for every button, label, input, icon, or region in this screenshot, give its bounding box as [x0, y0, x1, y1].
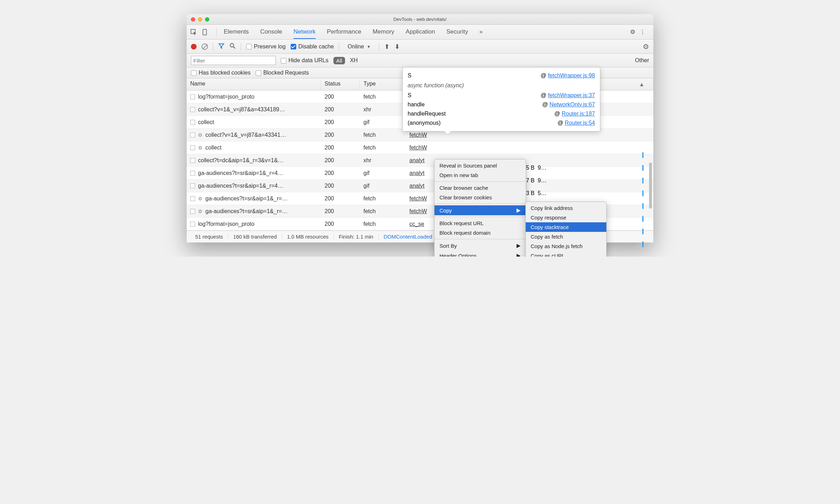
- stack-loc[interactable]: @ NetworkOnly.js:67: [542, 101, 595, 108]
- table-row[interactable]: ga-audiences?t=sr&aip=1&_r=4…200gifanaly…: [187, 167, 653, 180]
- settings-icon[interactable]: ⚙: [630, 28, 635, 36]
- request-type: gif: [360, 170, 406, 176]
- svg-rect-1: [203, 29, 206, 35]
- request-status: 200: [321, 106, 360, 113]
- stack-fn: handleRequest: [408, 111, 446, 117]
- tab-network[interactable]: Network: [293, 25, 315, 39]
- submenu-arrow-icon: ▶: [517, 207, 521, 213]
- device-toggle-icon[interactable]: [202, 29, 209, 36]
- record-button[interactable]: [191, 44, 197, 49]
- inspect-icon[interactable]: [190, 29, 197, 36]
- filter-xhr[interactable]: XH: [350, 57, 358, 64]
- filter-input[interactable]: [191, 56, 276, 65]
- menu-item[interactable]: Reveal in Sources panel: [434, 161, 526, 170]
- table-row[interactable]: collect?t=dc&aip=1&_r=3&v=1&…200xhranaly…: [187, 154, 653, 167]
- zoom-icon[interactable]: [205, 17, 209, 22]
- filter-all[interactable]: All: [333, 57, 345, 64]
- submenu-item[interactable]: Copy as fetch: [526, 232, 606, 241]
- table-row[interactable]: ga-audiences?t=sr&aip=1&_r=4…200gifanaly…: [187, 180, 653, 192]
- more-icon[interactable]: ⋮: [640, 28, 646, 36]
- request-status: 200: [321, 94, 360, 100]
- throttling-select[interactable]: Online▼: [344, 43, 374, 51]
- close-icon[interactable]: [191, 17, 195, 22]
- hide-data-urls-checkbox[interactable]: Hide data URLs: [281, 57, 328, 64]
- filter-other[interactable]: Other: [635, 57, 649, 64]
- table-row[interactable]: ⚙collect200fetchfetchW: [187, 141, 653, 154]
- request-type: gif: [360, 119, 406, 125]
- window-title: DevTools - web.dev/vitals/: [187, 17, 653, 22]
- clear-button[interactable]: [202, 43, 208, 50]
- menu-item[interactable]: Block request domain: [434, 228, 526, 238]
- request-name: ga-audiences?t=sr&aip=1&_r=…: [205, 195, 288, 202]
- tab-performance[interactable]: Performance: [327, 25, 361, 39]
- stack-loc[interactable]: @ fetchWrapper.js:98: [541, 72, 595, 79]
- tab-memory[interactable]: Memory: [373, 25, 394, 39]
- request-type: gif: [360, 183, 406, 189]
- submenu-item[interactable]: Copy as cURL: [526, 251, 606, 257]
- stack-frame: S@ fetchWrapper.js:98: [408, 71, 595, 80]
- col-status[interactable]: Status: [321, 78, 360, 90]
- request-name: ga-audiences?t=sr&aip=1&_r=4…: [198, 183, 284, 189]
- search-icon[interactable]: [229, 43, 236, 51]
- request-status: 200: [321, 157, 360, 164]
- stack-loc[interactable]: @ Router.js:187: [554, 111, 595, 117]
- context-menu[interactable]: Reveal in Sources panelOpen in new tabCl…: [434, 159, 526, 257]
- submenu-item[interactable]: Copy stacktrace: [526, 222, 606, 232]
- request-initiator[interactable]: analyt: [409, 157, 425, 163]
- menu-item[interactable]: Clear browser cache: [434, 183, 526, 193]
- network-settings-icon[interactable]: ⚙: [643, 42, 649, 51]
- request-status: 200: [321, 145, 360, 151]
- more-tabs-icon[interactable]: »: [479, 25, 483, 39]
- request-initiator[interactable]: fetchW: [409, 195, 427, 201]
- submenu-item[interactable]: Copy link address: [526, 203, 606, 213]
- download-har-icon[interactable]: ⬇: [395, 43, 400, 51]
- submenu-arrow-icon: ▶: [517, 242, 521, 249]
- filter-icon[interactable]: [218, 43, 224, 51]
- panel-tabs: Elements Console Network Performance Mem…: [224, 25, 630, 39]
- request-initiator[interactable]: cc_se: [409, 221, 424, 227]
- filter-bar: Hide data URLs All XH Other: [187, 54, 653, 68]
- menu-item[interactable]: Block request URL: [434, 218, 526, 228]
- request-type: fetch: [360, 145, 406, 151]
- request-initiator[interactable]: fetchW: [409, 132, 427, 138]
- status-resources: 1.0 MB resources: [282, 234, 334, 240]
- tab-elements[interactable]: Elements: [224, 25, 249, 39]
- stack-loc[interactable]: @ Router.js:54: [558, 120, 595, 126]
- request-status: 200: [321, 132, 360, 138]
- initiator-stacktrace-tooltip: S@ fetchWrapper.js:98async function (asy…: [402, 67, 600, 131]
- service-worker-icon: ⚙: [198, 196, 203, 201]
- blocked-cookies-checkbox[interactable]: Has blocked cookies: [191, 70, 251, 76]
- tab-console[interactable]: Console: [260, 25, 282, 39]
- menu-item[interactable]: Sort By▶: [434, 241, 526, 251]
- menu-item[interactable]: Header Options▶: [434, 251, 526, 257]
- request-initiator[interactable]: fetchW: [409, 208, 427, 214]
- svg-point-2: [230, 43, 234, 47]
- request-name: ga-audiences?t=sr&aip=1&_r=4…: [198, 170, 284, 176]
- request-type: fetch: [360, 132, 406, 138]
- tab-security[interactable]: Security: [447, 25, 468, 39]
- request-type: xhr: [360, 157, 406, 164]
- col-type[interactable]: Type: [360, 78, 406, 90]
- request-initiator[interactable]: fetchW: [409, 145, 427, 151]
- menu-item[interactable]: Copy▶: [434, 205, 526, 215]
- stack-loc[interactable]: @ fetchWrapper.js:37: [541, 92, 595, 99]
- preserve-log-checkbox[interactable]: Preserve log: [246, 43, 286, 50]
- request-name: collect?t=dc&aip=1&_r=3&v=1&…: [198, 157, 284, 164]
- disable-cache-checkbox[interactable]: Disable cache: [291, 43, 334, 50]
- blocked-requests-checkbox[interactable]: Blocked Requests: [256, 70, 309, 76]
- minimize-icon[interactable]: [198, 17, 202, 22]
- col-name[interactable]: Name: [187, 78, 321, 90]
- menu-item[interactable]: Clear browser cookies: [434, 193, 526, 202]
- request-initiator[interactable]: analyt: [409, 183, 425, 189]
- favicon-placeholder: [190, 120, 195, 125]
- copy-submenu[interactable]: Copy link addressCopy responseCopy stack…: [525, 201, 607, 257]
- upload-har-icon[interactable]: ⬆: [384, 43, 390, 51]
- scrollbar[interactable]: [649, 163, 652, 209]
- tab-application[interactable]: Application: [406, 25, 435, 39]
- menu-item[interactable]: Open in new tab: [434, 170, 526, 180]
- submenu-item[interactable]: Copy as Node.js fetch: [526, 241, 606, 251]
- request-status: 200: [321, 119, 360, 125]
- request-initiator[interactable]: analyt: [409, 170, 425, 176]
- submenu-item[interactable]: Copy response: [526, 213, 606, 222]
- favicon-placeholder: [190, 183, 195, 188]
